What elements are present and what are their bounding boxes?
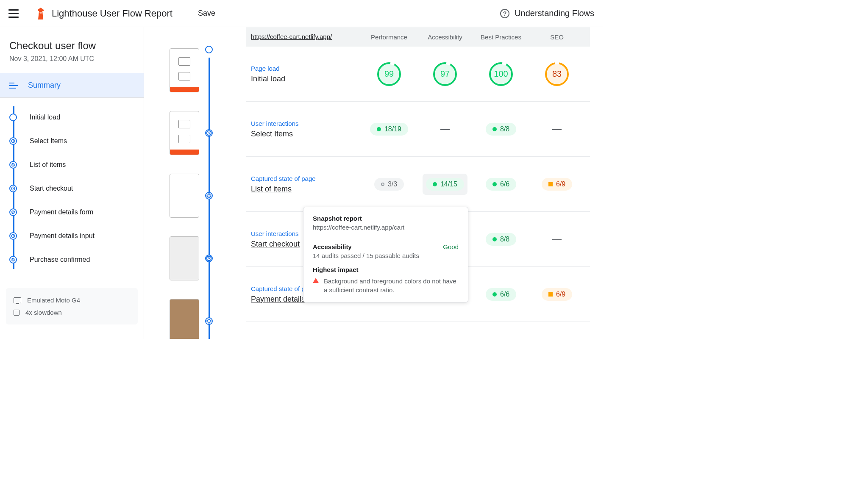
nav-step-label: Initial load — [30, 114, 60, 121]
report-header: https://coffee-cart.netlify.app/ Perform… — [246, 27, 590, 47]
row-name[interactable]: Initial load — [251, 75, 361, 83]
sidebar: Checkout user flow Nov 3, 2021, 12:00 AM… — [0, 27, 144, 339]
flow-title: Checkout user flow — [9, 40, 134, 52]
score-na: — — [440, 124, 450, 135]
save-button[interactable]: Save — [198, 9, 215, 18]
col-performance: Performance — [361, 33, 417, 41]
lighthouse-icon — [36, 8, 46, 19]
top-bar: Lighthouse User Flow Report Save ? Under… — [0, 0, 603, 27]
timeline-thumbnail — [170, 236, 199, 280]
row-type: User interactions — [251, 120, 361, 127]
nav-step[interactable]: Select Items — [9, 129, 134, 153]
tooltip-impact-title: Highest impact — [313, 266, 459, 273]
snapshot-marker-icon — [9, 256, 17, 263]
row-name[interactable]: Select Items — [251, 130, 361, 139]
snapshot-marker-icon — [9, 161, 17, 169]
nav-steps: Initial loadSelect ItemsList of itemsSta… — [0, 98, 144, 282]
flow-date: Nov 3, 2021, 12:00 AM UTC — [9, 55, 134, 63]
nav-step-label: Select Items — [30, 137, 67, 145]
nav-step[interactable]: Payment details form — [9, 200, 134, 224]
score-gauge[interactable]: 100 — [489, 62, 513, 86]
navigation-marker-icon — [9, 114, 17, 121]
timespan-marker-icon — [9, 137, 17, 145]
score-chip[interactable]: 8/8 — [486, 233, 516, 246]
tooltip-detail: 14 audits passed / 15 passable audits — [313, 252, 459, 259]
col-seo: SEO — [529, 33, 585, 41]
score-gauge[interactable]: 83 — [545, 62, 569, 86]
row-name[interactable]: List of items — [251, 185, 361, 194]
environment-box: Emulated Moto G4 4x slowdown — [6, 288, 138, 324]
cpu-icon — [14, 310, 19, 316]
timeline-marker — [205, 192, 213, 200]
tooltip-status: Good — [443, 243, 459, 250]
snapshot-marker-icon — [9, 208, 17, 216]
tooltip-impact-text: Background and foreground colors do not … — [324, 277, 459, 294]
score-na: — — [552, 124, 562, 135]
timespan-marker-icon — [9, 185, 17, 192]
nav-step-label: Start checkout — [30, 185, 73, 192]
nav-step[interactable]: List of items — [9, 153, 134, 177]
report-row: Page loadInitial load999710083 — [246, 47, 590, 102]
tooltip-title: Snapshot report — [313, 215, 459, 222]
nav-step[interactable]: Payment details input — [9, 224, 134, 248]
score-chip[interactable]: 6/9 — [542, 288, 572, 301]
timeline-step[interactable] — [170, 48, 246, 92]
report-url[interactable]: https://coffee-cart.netlify.app/ — [251, 33, 332, 40]
timeline-step[interactable] — [170, 299, 246, 339]
timeline-marker — [205, 129, 213, 137]
timeline-thumbnail — [170, 48, 199, 92]
report: https://coffee-cart.netlify.app/ Perform… — [246, 27, 603, 339]
timeline-step[interactable] — [170, 174, 246, 218]
nav-step[interactable]: Start checkout — [9, 177, 134, 200]
tooltip-category: Accessibility — [313, 243, 352, 250]
score-chip[interactable]: 6/6 — [486, 288, 516, 301]
summary-label: Summary — [28, 81, 61, 90]
timeline — [144, 27, 246, 339]
timeline-marker — [205, 255, 213, 262]
nav-step[interactable]: Initial load — [9, 105, 134, 129]
understanding-flows-link[interactable]: Understanding Flows — [515, 8, 594, 18]
tooltip-url: https://coffee-cart.netlify.app/cart — [313, 224, 459, 231]
app-title: Lighthouse User Flow Report — [52, 8, 172, 19]
nav-step-label: Payment details form — [30, 208, 93, 216]
env-device: Emulated Moto G4 — [14, 294, 130, 306]
timeline-marker — [205, 317, 213, 325]
score-chip[interactable]: 6/6 — [486, 178, 516, 191]
row-type: Page load — [251, 65, 361, 72]
score-chip[interactable]: 8/8 — [486, 123, 516, 136]
menu-icon[interactable] — [8, 9, 19, 18]
env-cpu: 4x slowdown — [14, 306, 130, 319]
timeline-thumbnail — [170, 111, 199, 155]
timespan-marker-icon — [9, 232, 17, 240]
help-icon[interactable]: ? — [500, 9, 509, 18]
row-type: Captured state of page — [251, 175, 361, 182]
score-gauge[interactable]: 97 — [433, 62, 457, 86]
nav-step-label: Payment details input — [30, 232, 95, 240]
timeline-step[interactable] — [170, 236, 246, 280]
timeline-step[interactable] — [170, 111, 246, 155]
summary-icon — [9, 83, 18, 89]
score-na: — — [552, 234, 562, 245]
col-accessibility: Accessibility — [417, 33, 473, 41]
tooltip-snapshot-report: Snapshot report https://coffee-cart.netl… — [303, 207, 468, 302]
report-row: Captured state of pageList of items3/314… — [246, 157, 590, 212]
col-best-practices: Best Practices — [473, 33, 529, 41]
nav-step-label: List of items — [30, 161, 66, 169]
report-row: User interactionsSelect Items18/19—8/8— — [246, 102, 590, 157]
nav-step[interactable]: Purchase confirmed — [9, 248, 134, 272]
score-chip[interactable]: 18/19 — [370, 123, 408, 136]
score-chip[interactable]: 3/3 — [374, 178, 404, 191]
score-chip[interactable]: 14/15 — [426, 178, 464, 191]
nav-step-label: Purchase confirmed — [30, 256, 90, 263]
timeline-thumbnail — [170, 299, 199, 339]
warning-icon — [313, 278, 319, 283]
score-gauge[interactable]: 99 — [377, 62, 401, 86]
timeline-thumbnail — [170, 174, 199, 218]
device-icon — [14, 297, 21, 303]
sidebar-summary[interactable]: Summary — [0, 73, 144, 97]
score-chip[interactable]: 6/9 — [542, 178, 572, 191]
timeline-marker — [205, 46, 213, 53]
